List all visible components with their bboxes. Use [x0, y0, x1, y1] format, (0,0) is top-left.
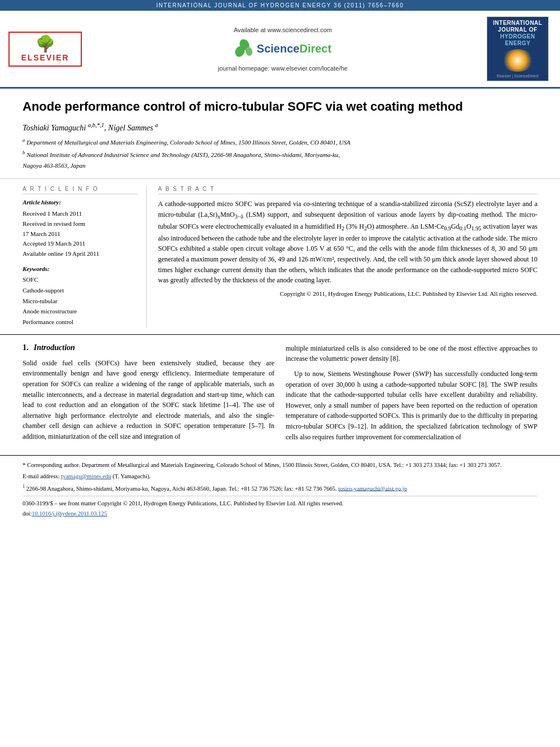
main-right-col: multiple miniaturized cells is also cons…	[286, 343, 537, 447]
footnote-corresponding: * Corresponding author. Department of Me…	[23, 460, 537, 470]
footnote-email: E-mail address: tyamagu@mines.edu (T. Ya…	[23, 471, 537, 482]
affiliation-1: a Department of Metallurgical and Materi…	[23, 137, 537, 147]
he-cover-image	[501, 49, 535, 72]
journal-header: 🌳 ELSEVIER Available at www.sciencedirec…	[0, 11, 560, 89]
sciencedirect-logo: ScienceDirect	[234, 39, 331, 59]
sciencedirect-text: ScienceDirect	[257, 42, 331, 55]
affiliation-2: b National Institute of Advanced Industr…	[23, 149, 537, 160]
footnote-1: 1 2266-98 Anagahora, Shimo-shidami, Mori…	[23, 483, 537, 493]
he-journal-cover: International Journal of HYDROGENENERGY …	[484, 16, 552, 81]
history-received: Received 1 March 2011	[23, 209, 138, 219]
abstract-col: A B S T R A C T A cathode-supported micr…	[158, 186, 537, 327]
keyword-performance: Performance control	[23, 317, 138, 327]
article-title: Anode performance control of micro-tubul…	[23, 99, 537, 115]
elsevier-label: ELSEVIER	[21, 53, 69, 62]
info-abstract-section: A R T I C L E I N F O Article history: R…	[0, 179, 560, 334]
sciencedirect-center: Available at www.sciencedirect.com Scien…	[82, 27, 484, 72]
intro-body-right: multiple miniaturized cells is also cons…	[286, 343, 537, 442]
abstract-body: A cathode-supported micro SOFC was prepa…	[158, 199, 537, 298]
doi-link[interactable]: 10.1016/j.ijhydene.2011.03.125	[32, 510, 107, 517]
footer-notes: * Corresponding author. Department of Me…	[0, 455, 560, 523]
journal-header-bar: INTERNATIONAL JOURNAL OF HYDROGEN ENERGY…	[0, 0, 560, 11]
article-info-label: A R T I C L E I N F O	[23, 186, 138, 194]
intro-body-left: Solid oxide fuel cells (SOFCs) have been…	[23, 358, 274, 442]
copyright-text: Copyright © 2011, Hydrogen Energy Public…	[158, 289, 537, 299]
main-left-col: 1. Introduction Solid oxide fuel cells (…	[23, 343, 274, 447]
keyword-microtubular: Micro-tubular	[23, 296, 138, 307]
history-online: Available online 19 April 2011	[23, 249, 138, 259]
journal-homepage: journal homepage: www.elsevier.com/locat…	[218, 65, 347, 72]
introduction-title: Introduction	[34, 343, 75, 352]
section-number: 1.	[23, 343, 29, 352]
abstract-label: A B S T R A C T	[158, 186, 537, 194]
history-label: Article history:	[23, 199, 138, 206]
introduction-heading: 1. Introduction	[23, 343, 274, 352]
journal-title-text: INTERNATIONAL JOURNAL OF HYDROGEN ENERGY…	[156, 2, 404, 8]
keyword-cathode: Cathode-support	[23, 285, 138, 296]
article-info-col: A R T I C L E I N F O Article history: R…	[23, 186, 147, 327]
he-elsevier-small: Elsevier | ScienceDirect	[490, 74, 545, 78]
history-revised-date: 17 March 2011	[23, 229, 138, 239]
affiliations: a Department of Metallurgical and Materi…	[23, 137, 537, 171]
history-revised: Received in revised form	[23, 219, 138, 229]
elsevier-tree-icon: 🌳	[36, 36, 55, 52]
article-title-section: Anode performance control of micro-tubul…	[0, 89, 560, 179]
keyword-sofc: SOFC	[23, 274, 138, 285]
email-link[interactable]: tyamagu@mines.edu	[61, 473, 111, 479]
he-cover-title: International Journal of HYDROGENENERGY	[490, 20, 545, 47]
history-accepted: Accepted 19 March 2011	[23, 239, 138, 249]
issn-doi-line: 0360-3199/$ – see front matter Copyright…	[23, 496, 537, 519]
sciencedirect-icon	[234, 39, 255, 59]
main-content: 1. Introduction Solid oxide fuel cells (…	[0, 335, 560, 455]
footnote1-link[interactable]: tosiro-yamaguchi@aist.go.jp	[338, 485, 407, 491]
authors-line: Toshiaki Yamaguchi a,b,*,1, Nigel Sammes…	[23, 122, 537, 133]
affiliation-2-cont: Nagoya 463-8563, Japan	[23, 161, 537, 171]
keyword-anode: Anode microstructure	[23, 306, 138, 317]
available-text: Available at www.sciencedirect.com	[234, 27, 332, 33]
keywords-label: Keywords:	[23, 265, 138, 272]
elsevier-logo: 🌳 ELSEVIER	[8, 32, 82, 67]
